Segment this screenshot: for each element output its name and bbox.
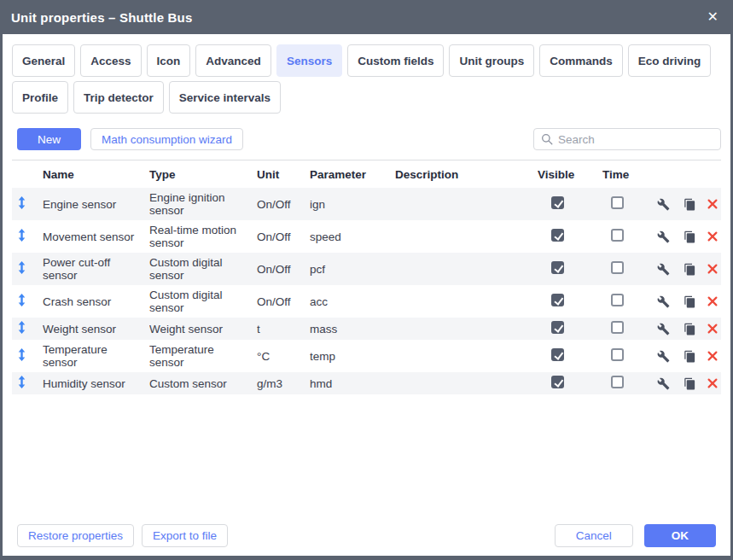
sensor-name: Temperature sensor [43,343,149,369]
visible-checkbox[interactable] [551,348,564,361]
time-checkbox[interactable] [611,321,624,334]
tab-general[interactable]: General [12,44,75,77]
visible-checkbox[interactable] [551,294,564,306]
column-header-name: Name [43,168,149,181]
table-row: Power cut-off sensor Custom digital sens… [12,253,721,285]
column-header-time: Time [602,168,650,181]
table-row: Temperature sensor Temperature sensor °C… [12,340,721,372]
sensor-unit: g/m3 [257,377,310,390]
copy-icon[interactable] [684,377,696,390]
sensor-type: Custom digital sensor [149,289,257,314]
new-sensor-button[interactable]: New [17,128,81,150]
sensor-name: Movement sensor [43,230,149,243]
column-header-visible: Visible [538,168,602,181]
table-header-row: NameTypeUnitParameterDescriptionVisibleT… [12,160,721,188]
search-box [533,128,721,150]
time-checkbox[interactable] [611,376,624,388]
sensor-unit: On/Off [257,198,310,211]
sensor-name: Crash sensor [43,295,149,308]
column-header-unit: Unit [257,168,310,181]
sensor-type: Custom sensor [149,377,257,390]
visible-checkbox[interactable] [551,376,564,388]
tab-row-1: GeneralAccessIconAdvancedSensorsCustom f… [12,44,721,77]
visible-checkbox[interactable] [551,196,564,209]
search-icon [541,133,553,145]
sensor-type: Custom digital sensor [149,256,257,282]
tab-row-2: ProfileTrip detectorService intervals [12,81,721,114]
column-header-parameter: Parameter [310,168,395,181]
time-checkbox[interactable] [611,196,624,209]
delete-icon[interactable] [707,296,718,306]
copy-icon[interactable] [684,295,696,308]
drag-handle-icon[interactable] [18,321,26,334]
edit-wrench-icon[interactable] [657,230,670,243]
column-header-description: Description [395,168,538,181]
drag-handle-icon[interactable] [18,348,26,361]
copy-icon[interactable] [684,230,696,243]
table-row: Movement sensor Real-time motion sensor … [12,220,721,253]
delete-icon[interactable] [707,351,718,361]
time-checkbox[interactable] [611,294,624,306]
close-icon[interactable]: ✕ [704,9,722,26]
time-checkbox[interactable] [611,348,624,361]
edit-wrench-icon[interactable] [657,263,670,276]
drag-handle-icon[interactable] [18,294,26,306]
copy-icon[interactable] [684,323,696,335]
tab-sensors[interactable]: Sensors [276,44,342,77]
cancel-button[interactable]: Cancel [555,524,633,547]
drag-handle-icon[interactable] [18,261,26,274]
math-consumption-wizard-button[interactable]: Math consumption wizard [90,128,243,150]
copy-icon[interactable] [684,198,696,211]
visible-checkbox[interactable] [551,261,564,274]
edit-wrench-icon[interactable] [657,350,670,363]
edit-wrench-icon[interactable] [657,295,670,308]
drag-handle-icon[interactable] [18,376,26,388]
delete-icon[interactable] [707,378,718,388]
ok-button[interactable]: OK [644,524,716,547]
restore-properties-button[interactable]: Restore properties [17,524,134,547]
drag-handle-icon[interactable] [18,196,26,209]
tab-access[interactable]: Access [80,44,141,77]
tab-commands[interactable]: Commands [539,44,623,77]
visible-checkbox[interactable] [551,229,564,242]
delete-icon[interactable] [707,264,718,274]
time-checkbox[interactable] [611,261,624,274]
tab-service-intervals[interactable]: Service intervals [169,81,281,114]
tab-unit-groups[interactable]: Unit groups [449,44,534,77]
tab-icon[interactable]: Icon [147,44,191,77]
time-checkbox[interactable] [611,229,624,242]
sensor-unit: t [257,323,310,335]
sensor-type: Weight sensor [149,323,257,335]
export-to-file-button[interactable]: Export to file [142,524,228,547]
table-row: Engine sensor Engine ignition sensor On/… [12,188,721,220]
edit-wrench-icon[interactable] [657,198,670,211]
tab-eco-driving[interactable]: Eco driving [628,44,712,77]
table-row: Weight sensor Weight sensor t mass [12,318,721,340]
column-header-type: Type [149,168,257,181]
sensor-unit: On/Off [257,263,310,276]
sensor-parameter: acc [310,295,395,308]
table-row: Crash sensor Custom digital sensor On/Of… [12,285,721,318]
tab-trip-detector[interactable]: Trip detector [73,81,164,114]
visible-checkbox[interactable] [551,321,564,334]
sensor-name: Humidity sensor [43,377,149,390]
sensor-type: Real-time motion sensor [149,224,257,249]
sensor-name: Weight sensor [43,323,149,335]
sensor-type: Engine ignition sensor [149,191,257,217]
sensor-name: Engine sensor [43,198,149,211]
edit-wrench-icon[interactable] [657,377,670,390]
tab-advanced[interactable]: Advanced [195,44,271,77]
edit-wrench-icon[interactable] [657,323,670,335]
drag-handle-icon[interactable] [18,229,26,242]
search-input[interactable] [558,133,713,146]
unit-properties-dialog: Unit properties – Shuttle Bus ✕ GeneralA… [0,0,733,560]
sensor-parameter: hmd [310,377,395,390]
delete-icon[interactable] [707,199,718,209]
copy-icon[interactable] [684,263,696,276]
tab-profile[interactable]: Profile [12,81,68,114]
copy-icon[interactable] [684,350,696,363]
tab-custom-fields[interactable]: Custom fields [347,44,444,77]
delete-icon[interactable] [707,231,718,242]
dialog-titlebar: Unit properties – Shuttle Bus ✕ [0,0,733,34]
delete-icon[interactable] [707,324,718,334]
